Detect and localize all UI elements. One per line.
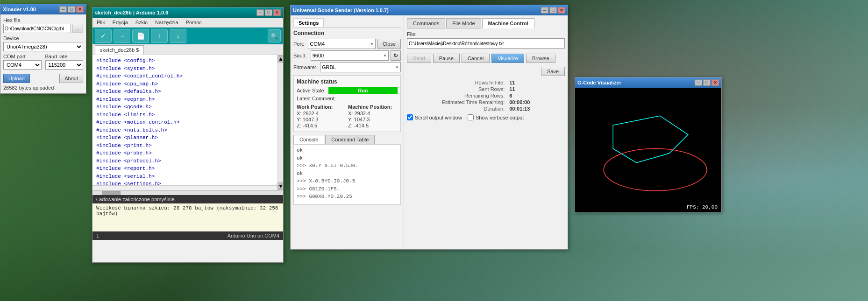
visualizer-canvas: FPS: 20,00 (575, 88, 721, 212)
active-state-label: Active State: (297, 88, 326, 93)
code-line: #include <coolant_control.h> (96, 72, 274, 80)
file-mode-tab[interactable]: File Mode (446, 18, 481, 28)
send-button[interactable]: Send (407, 54, 431, 63)
refresh-button[interactable]: ↻ (391, 50, 401, 61)
arduino-footer: 1 Arduino Uno on COM4 (92, 231, 283, 240)
console-area[interactable]: ok ok >>> X0.Y-0.5I-0.5J0. ok >>> X-0.5Y… (293, 144, 401, 205)
firmware-combo[interactable]: GRBL ▼ (320, 62, 401, 72)
console-line: >>> X-0.5Y0.I0.J0.5 (297, 177, 398, 185)
work-pos-z: Z: -414.5 (297, 123, 346, 128)
xloader-title: Xloader v1.00 (3, 7, 36, 12)
code-line: #include <eeprom.h> (96, 96, 274, 104)
gcode-minimize-button[interactable]: ─ (541, 7, 548, 14)
port-combo[interactable]: COM4 ▼ (308, 39, 376, 49)
commands-tab[interactable]: Commands (407, 18, 445, 28)
menu-edycja[interactable]: Edycja (111, 19, 130, 26)
menu-narzedzia[interactable]: Narzędzia (153, 19, 180, 26)
arduino-tab[interactable]: sketch_dec26b $ (95, 45, 144, 55)
code-area[interactable]: #include <config.h> #include <system.h> … (92, 55, 277, 186)
minimize-button[interactable]: ─ (59, 6, 67, 13)
gcode-titlebar: Universal Gcode Sender (Version 1.0.7) ─… (291, 5, 568, 15)
code-line: #include <gcode.h> (96, 103, 274, 111)
com-port-label: COM port (3, 54, 42, 59)
device-select[interactable]: Uno(ATmega328) (3, 42, 83, 51)
scroll-output-checkbox[interactable] (407, 114, 413, 120)
checkbox-row: Scroll output window Show verbose output (407, 114, 565, 120)
search-button[interactable]: 🔍 (268, 29, 281, 42)
visualizer-titlebar-controls: ─ □ ✕ (695, 79, 719, 86)
gcode-window: Universal Gcode Sender (Version 1.0.7) ─… (290, 5, 568, 250)
close-button[interactable]: ✕ (76, 6, 84, 13)
latest-comment-label: Latest Comment: (297, 96, 338, 101)
file-path-input[interactable] (407, 38, 565, 49)
code-scrollbar[interactable]: ▲ ▼ (277, 55, 283, 190)
show-verbose-label: Show verbose output (476, 115, 524, 120)
work-pos-x: X: 2932.4 (297, 111, 346, 116)
arduino-restore-button[interactable]: □ (265, 9, 272, 16)
hex-file-label: Hex file (3, 17, 83, 23)
baud-rate-label: Baud rate (45, 54, 84, 59)
verify-button[interactable]: ✓ (95, 29, 112, 43)
cancel-button[interactable]: Cancel (462, 54, 490, 63)
arduino-minimize-button[interactable]: ─ (256, 9, 264, 16)
rows-in-file-label: Rows In File: (407, 80, 505, 85)
scroll-output-label: Scroll output window (415, 115, 462, 120)
firmware-arrow-icon: ▼ (395, 65, 399, 70)
console-tabs: Console Command Table (293, 135, 401, 144)
code-line: #include <report.h> (96, 165, 274, 173)
settings-tab[interactable]: Settings (293, 18, 324, 27)
arduino-close-button[interactable]: ✕ (273, 9, 281, 16)
new-button[interactable]: 📄 (132, 29, 149, 43)
code-line: #include <protocol.h> (96, 157, 274, 165)
browse-button[interactable]: Browse (526, 54, 555, 63)
save-button[interactable]: Save (541, 67, 565, 76)
visualizer-titlebar: G-Code Visualizer ─ □ ✕ (575, 77, 721, 88)
baud-label: Baud: (293, 53, 309, 58)
console-line: ok (297, 154, 398, 162)
arduino-title: sketch_dec26b | Arduino 1.0.6 (95, 10, 168, 15)
console-line: >>> G01Z0.1F5. (297, 185, 398, 193)
run-badge: Run (328, 87, 398, 94)
visualize-button[interactable]: Visualize (491, 54, 524, 63)
restore-button[interactable]: □ (68, 6, 75, 13)
code-line: #include <defaults.h> (96, 88, 274, 96)
visualizer-restore-button[interactable]: □ (703, 79, 711, 86)
menu-pomoc[interactable]: Pomoc (184, 19, 204, 26)
pause-button[interactable]: Pause (433, 54, 460, 63)
show-verbose-checkbox-item: Show verbose output (468, 114, 524, 120)
menu-szkic[interactable]: Szkic (134, 19, 149, 26)
hex-file-input[interactable] (3, 24, 71, 33)
port-arrow-icon: ▼ (370, 42, 374, 46)
close-connection-button[interactable]: Close (377, 39, 401, 49)
gcode-close-button[interactable]: ✕ (558, 7, 565, 14)
machine-pos-z: Z: -414.5 (348, 123, 398, 128)
upload-tool-button[interactable]: → (114, 29, 130, 43)
code-line: #include <planner.h> (96, 134, 274, 142)
visualizer-close-button[interactable]: ✕ (711, 79, 719, 86)
console-line: >>> X0.Y-0.5I-0.5J0. (297, 162, 398, 170)
menu-plik[interactable]: Plik (95, 19, 107, 26)
baud-combo[interactable]: 9600 ▼ (311, 50, 389, 61)
port-label: Port: (293, 41, 306, 47)
gcode-restore-button[interactable]: □ (549, 7, 557, 14)
machine-control-tab[interactable]: Machine Control (482, 18, 534, 28)
visualizer-minimize-button[interactable]: ─ (695, 79, 702, 86)
connection-section: Connection Port: COM4 ▼ Close Baud: 9600… (293, 30, 401, 72)
upload-button[interactable]: Upload (3, 74, 30, 83)
red-ellipse (604, 148, 707, 190)
hex-browse-button[interactable]: ... (72, 24, 83, 33)
save-tool-button[interactable]: ↓ (170, 29, 186, 43)
gcode-title: Universal Gcode Sender (Version 1.0.7) (293, 7, 389, 13)
horizontal-scrollbar[interactable] (92, 190, 283, 195)
about-button[interactable]: About (59, 74, 83, 83)
command-table-tab[interactable]: Command Table (325, 135, 375, 144)
hex-file-row: ... (3, 24, 83, 33)
fps-label: FPS: 20,00 (687, 204, 718, 210)
xloader-body: Hex file ... Device Uno(ATmega328) COM p… (0, 14, 86, 93)
code-line: #include <print.h> (96, 142, 274, 150)
console-tab[interactable]: Console (293, 135, 324, 144)
com-port-select[interactable]: COM4 (3, 60, 42, 70)
show-verbose-checkbox[interactable] (468, 114, 474, 120)
open-button[interactable]: ↑ (151, 29, 168, 43)
baud-rate-select[interactable]: 115200 (45, 60, 84, 70)
